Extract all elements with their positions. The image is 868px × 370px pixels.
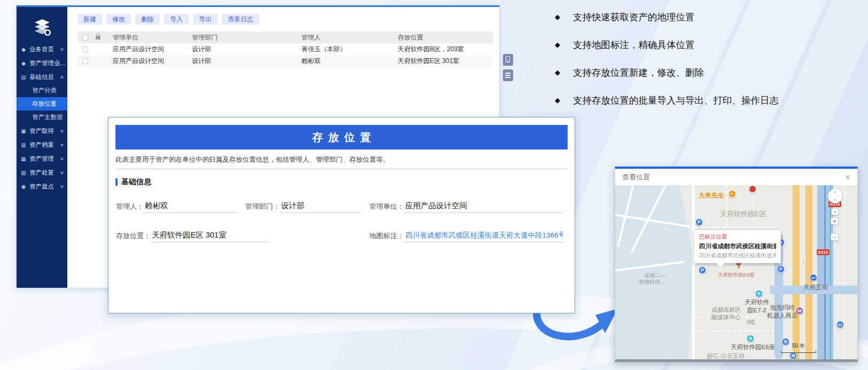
- metro-station-icon: M: [789, 352, 797, 359]
- diamond-bullet-icon: ◆: [555, 41, 560, 49]
- chevron-down-icon: ∨: [60, 47, 64, 52]
- feature-list: ◆ 支持快速获取资产的地理位置 ◆ 支持地图标注，精确具体位置 ◆ 支持存放位置…: [555, 11, 854, 122]
- pan-left-icon: ‹: [830, 193, 831, 198]
- sidebar-item-label: 资产取得: [29, 127, 54, 135]
- feature-text: 支持存放位置的批量导入与导出、打印、操作日志: [573, 94, 779, 107]
- sidebar-item-asset-acquisition[interactable]: ▣ 资产取得 ∨: [17, 124, 67, 138]
- building-icon: B: [747, 335, 754, 342]
- select-all-checkbox[interactable]: [82, 35, 88, 41]
- detail-fields: 管理人： 赖彬双 管理部门： 设计部 管理单位： 应用产品设计空间 存放位置： …: [116, 201, 563, 242]
- cell-manage-dept: 设计部: [192, 57, 301, 66]
- pan-up-icon: ∧: [833, 190, 836, 194]
- department-value[interactable]: 设计部: [280, 201, 361, 213]
- inventory-icon: ◉: [20, 184, 27, 190]
- sidebar-subitem-asset-category[interactable]: 资产分类: [17, 84, 67, 97]
- sidebar-subitem-asset-master-data[interactable]: 资产主数据: [17, 111, 67, 124]
- scale-label: 50 米: [792, 343, 805, 349]
- road-number-badge: G213: [817, 249, 830, 255]
- zoom-slider-track[interactable]: [834, 225, 835, 233]
- poi-label: 妙汇-白云互动: [707, 352, 745, 359]
- new-button[interactable]: 新建: [78, 14, 102, 25]
- sidebar-item-asset-disposal[interactable]: ▧ 资产处置 ∨: [17, 166, 67, 179]
- popup-header: 查看位置 ×: [615, 169, 857, 185]
- sidebar-item-label: 资产盘点: [29, 183, 54, 191]
- building-label: 天府软件园E8座: [731, 343, 775, 351]
- map-mark-field: 地图标注： 四川省成都市武侯区桂溪街道天府大道中段1366号天府软件园E区: [369, 230, 563, 242]
- cell-location: 天府软件园E区 301室: [398, 57, 493, 66]
- table-row[interactable]: 应用产品设计空间 设计部 蒋佳玉（本部） 天府软件园B区，203室: [78, 43, 493, 55]
- manager-value[interactable]: 赖彬双: [144, 201, 237, 213]
- table-header: 管理单位 管理部门 管理人 存放位置: [78, 32, 493, 43]
- chevron-down-icon: ∨: [60, 170, 64, 175]
- sidebar-item-label: 资产处置: [29, 169, 54, 177]
- edit-button[interactable]: 修改: [106, 14, 131, 25]
- row-checkbox[interactable]: [82, 58, 88, 64]
- view-location-popup: 查看位置 × G213 G21: [615, 167, 858, 362]
- sidebar-item-asset-mgmt-business[interactable]: ◆ 资产管理业...: [17, 56, 67, 70]
- street-label: 天府五街: [803, 284, 828, 292]
- floating-toolbar: [503, 54, 513, 81]
- chevron-down-icon: ∨: [60, 184, 64, 189]
- poi-label: 泡泡玛特 机器人商店: [767, 304, 798, 320]
- unit-field: 管理单位： 应用产品设计空间: [369, 201, 563, 213]
- info-subtitle: 四川省成都市武侯区桂溪街道天府大...: [699, 252, 776, 259]
- diamond-bullet-icon: ◆: [555, 96, 560, 104]
- map-road-orange: [793, 185, 800, 359]
- map-street: [726, 185, 727, 227]
- parking-icon: P: [777, 265, 785, 273]
- home-icon: ◆: [20, 46, 27, 52]
- close-icon[interactable]: ×: [844, 172, 850, 182]
- unit-value[interactable]: 应用产品设计空间: [404, 201, 563, 213]
- mobile-view-button[interactable]: [503, 54, 513, 66]
- storage-location-value[interactable]: 天府软件园E区 301室: [151, 230, 270, 242]
- feature-text: 支持地图标注，精确具体位置: [573, 38, 695, 51]
- zoom-out-button[interactable]: −: [831, 233, 839, 241]
- sidebar-item-asset-archive[interactable]: ▥ 资产档案 ∨: [17, 138, 67, 152]
- storage-location-field: 存放位置： 天府软件园E区 301室: [116, 230, 361, 242]
- sidebar-subitem-label: 存放位置: [32, 100, 57, 108]
- export-button[interactable]: 导出: [193, 14, 218, 25]
- sidebar-item-label: 资产管理: [29, 155, 54, 163]
- row-checkbox[interactable]: [82, 46, 88, 52]
- slide-canvas: ◆ 业务首页 ∨ ◆ 资产管理业... ▤ 基础信息 ∧ 资产分类 存放位置 资…: [0, 0, 868, 370]
- sidebar-item-label: 资产管理业...: [29, 59, 65, 67]
- sidebar: ◆ 业务首页 ∨ ◆ 资产管理业... ▤ 基础信息 ∧ 资产分类 存放位置 资…: [17, 7, 67, 288]
- map-road: [692, 185, 695, 359]
- manager-field: 管理人： 赖彬双: [116, 201, 237, 213]
- storage-location-label: 存放位置：: [116, 231, 151, 242]
- department-label: 管理部门：: [245, 202, 280, 213]
- feature-text: 支持存放位置新建，修改、删除: [573, 66, 704, 79]
- document-icon: ▤: [20, 74, 27, 80]
- import-button[interactable]: 导入: [164, 14, 189, 25]
- column-header: 存放位置: [398, 33, 493, 42]
- chevron-up-icon: ∧: [60, 75, 64, 80]
- cell-manage-dept: 设计部: [192, 45, 301, 54]
- map-pan-control[interactable]: ∧ ∨ ‹ ›: [828, 189, 842, 203]
- info-title: 四川省成都市武侯区桂溪街道...: [699, 242, 776, 250]
- view-log-button[interactable]: 查看日志: [222, 14, 259, 25]
- scale-bar: [781, 351, 816, 353]
- cell-manage-unit: 应用产品设计空间: [113, 45, 192, 54]
- section-basic-info: 基础信息: [115, 177, 568, 187]
- disposal-icon: ▧: [20, 170, 27, 176]
- table-row[interactable]: 应用产品设计空间 设计部 赖彬双 天府软件园E区 301室: [78, 55, 493, 67]
- map-street: [844, 185, 845, 359]
- delete-button[interactable]: 删除: [135, 14, 160, 25]
- map-canvas[interactable]: G213 G213 ↓ ↑ 大米先生 ✂ 天府软件园E区 成都二— 生物科技… …: [615, 185, 857, 359]
- column-header: 管理单位: [113, 33, 192, 42]
- section-bar: [115, 178, 118, 186]
- map-locate-button[interactable]: [831, 208, 839, 215]
- sidebar-item-basic-info[interactable]: ▤ 基础信息 ∧: [17, 70, 67, 84]
- sidebar-item-asset-inventory[interactable]: ◉ 资产盘点 ∨: [17, 179, 67, 193]
- feature-item: ◆ 支持存放位置的批量导入与导出、打印、操作日志: [555, 94, 854, 107]
- zoom-in-button[interactable]: +: [831, 217, 839, 225]
- map-mark-link[interactable]: 四川省成都市武侯区桂溪街道天府大道中段1366号天府软件园E区: [404, 231, 563, 242]
- pan-right-icon: ›: [838, 193, 839, 198]
- sidebar-subitem-label: 资产主数据: [32, 113, 63, 121]
- sidebar-item-asset-management[interactable]: ▦ 资产管理 ∨: [17, 152, 67, 166]
- sidebar-subitem-storage-location-active[interactable]: 存放位置: [17, 97, 67, 111]
- department-field: 管理部门： 设计部: [245, 201, 361, 213]
- sidebar-item-business-home[interactable]: ◆ 业务首页 ∨: [17, 42, 67, 56]
- form-list-button[interactable]: [503, 69, 513, 81]
- phone-icon: [506, 56, 510, 62]
